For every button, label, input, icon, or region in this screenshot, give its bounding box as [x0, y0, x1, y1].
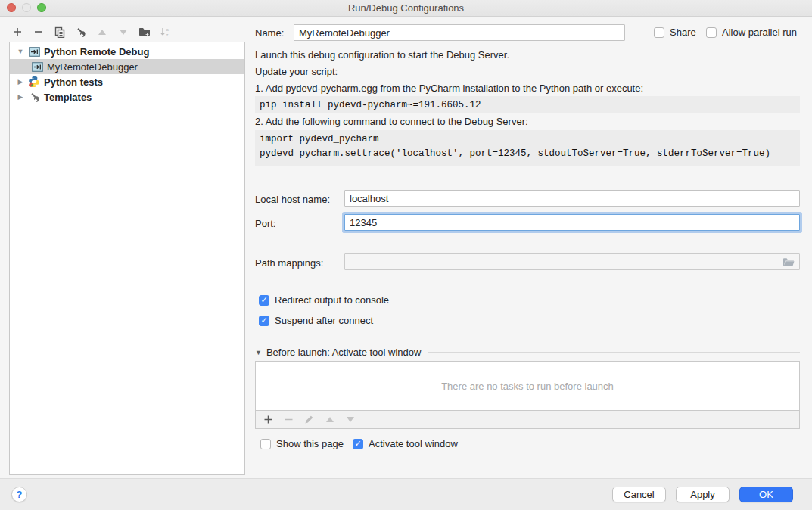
- checkbox-box: [654, 27, 664, 38]
- tree-item-python-tests[interactable]: ▶ Python tests: [10, 74, 244, 89]
- add-configuration-icon[interactable]: [11, 26, 23, 39]
- redirect-output-checkbox[interactable]: ✓ Redirect output to console: [259, 294, 389, 306]
- suspend-after-connect-checkbox[interactable]: ✓ Suspend after connect: [259, 315, 373, 326]
- before-launch-title: Before launch: Activate tool window: [266, 347, 422, 358]
- tree-item-python-remote-debug[interactable]: ▼ Python Remote Debug: [10, 44, 244, 59]
- allow-parallel-run-label: Allow parallel run: [722, 26, 797, 38]
- checkbox-box: [260, 439, 271, 449]
- code-line-1: import pydevd_pycharm: [260, 134, 379, 145]
- edit-configuration-wrench-icon[interactable]: [74, 26, 87, 39]
- chevron-collapsed-icon[interactable]: ▶: [16, 78, 25, 86]
- tree-item-myremotedebugger[interactable]: MyRemoteDebugger: [10, 59, 244, 74]
- python-tests-icon: [28, 76, 40, 88]
- settrace-code-block: import pydevd_pycharm pydevd_pycharm.set…: [255, 130, 800, 166]
- pip-install-command: pip install pydevd-pycharm~=191.6605.12: [255, 96, 800, 113]
- apply-button[interactable]: Apply: [676, 487, 730, 502]
- name-input[interactable]: [294, 24, 625, 41]
- copy-configuration-icon[interactable]: [53, 26, 66, 39]
- local-host-name-label: Local host name:: [255, 194, 330, 205]
- port-input[interactable]: 12345: [344, 214, 800, 231]
- cancel-button[interactable]: Cancel: [612, 487, 666, 502]
- run-debug-configurations-dialog: Run/Debug Configurations az ▼: [0, 0, 812, 510]
- checkbox-box: ✓: [353, 439, 363, 449]
- tree-item-templates[interactable]: ▶ Templates: [10, 89, 244, 104]
- port-label: Port:: [255, 218, 275, 229]
- show-this-page-label: Show this page: [276, 438, 344, 449]
- step-2-text: 2. Add the following command to connect …: [255, 116, 528, 127]
- configurations-toolbar: az: [11, 23, 172, 40]
- dialog-buttons: Cancel Apply OK: [612, 487, 793, 502]
- new-folder-icon[interactable]: [138, 26, 151, 39]
- suspend-after-connect-label: Suspend after connect: [275, 315, 373, 326]
- chevron-collapsed-icon[interactable]: ▶: [16, 93, 25, 101]
- step-1-text: 1. Add pydevd-pycharm.egg from the PyCha…: [255, 82, 643, 94]
- disclosure-triangle-icon[interactable]: ▼: [255, 349, 262, 356]
- move-down-icon[interactable]: [117, 26, 129, 39]
- checkbox-box: ✓: [259, 316, 269, 326]
- empty-tasks-text: There are no tasks to run before launch: [441, 381, 614, 392]
- description-line-2: Update your script:: [255, 66, 338, 77]
- tree-item-label: Python Remote Debug: [44, 46, 149, 58]
- share-checkbox[interactable]: Share: [654, 26, 696, 38]
- dialog-footer: ? Cancel Apply OK: [0, 478, 812, 510]
- share-label: Share: [670, 26, 696, 38]
- path-mappings-label: Path mappings:: [255, 257, 323, 269]
- before-launch-header[interactable]: ▼ Before launch: Activate tool window: [255, 347, 800, 358]
- title-bar: Run/Debug Configurations: [0, 0, 812, 17]
- add-task-icon[interactable]: [262, 413, 275, 426]
- svg-text:z: z: [166, 33, 169, 37]
- move-task-down-icon[interactable]: [344, 413, 356, 426]
- activate-tool-window-checkbox[interactable]: ✓ Activate tool window: [353, 438, 458, 449]
- activate-tool-window-label: Activate tool window: [369, 438, 458, 449]
- name-label: Name:: [255, 27, 284, 39]
- help-button[interactable]: ?: [11, 487, 27, 502]
- move-up-icon[interactable]: [95, 26, 108, 39]
- path-mappings-input[interactable]: [344, 253, 800, 270]
- window-title: Run/Debug Configurations: [0, 2, 812, 14]
- checkbox-box: ✓: [259, 295, 269, 306]
- before-launch-toolbar: [255, 411, 800, 429]
- remove-task-icon[interactable]: [282, 413, 295, 426]
- show-this-page-checkbox[interactable]: Show this page: [260, 438, 344, 449]
- remote-debug-icon: [28, 45, 40, 58]
- tree-item-label: MyRemoteDebugger: [47, 61, 138, 73]
- port-value: 12345: [350, 217, 377, 229]
- sort-alphabetically-icon[interactable]: az: [159, 26, 172, 39]
- text-caret: [378, 217, 378, 228]
- local-host-name-input[interactable]: [344, 190, 800, 207]
- svg-text:a: a: [166, 27, 170, 32]
- tree-item-label: Templates: [44, 92, 92, 103]
- move-task-up-icon[interactable]: [323, 413, 336, 426]
- ok-button[interactable]: OK: [739, 487, 793, 502]
- description-line-1: Launch this debug configuration to start…: [255, 49, 509, 61]
- separator-line: [428, 352, 800, 353]
- checkbox-box: [706, 27, 717, 38]
- browse-folder-icon[interactable]: [782, 257, 795, 267]
- remove-configuration-icon[interactable]: [32, 26, 45, 39]
- code-line-2: pydevd_pycharm.settrace('localhost', por…: [260, 148, 770, 159]
- wrench-icon: [28, 91, 40, 103]
- configurations-tree: ▼ Python Remote Debug MyRemoteDebugger ▶…: [9, 42, 245, 475]
- edit-task-pencil-icon[interactable]: [303, 413, 316, 426]
- allow-parallel-run-checkbox[interactable]: Allow parallel run: [706, 26, 797, 38]
- remote-debug-icon: [31, 61, 43, 73]
- tree-item-label: Python tests: [44, 76, 103, 88]
- before-launch-task-list[interactable]: There are no tasks to run before launch: [255, 361, 800, 411]
- configuration-editor: Name: Share Allow parallel run Launch th…: [254, 17, 812, 478]
- chevron-expanded-icon[interactable]: ▼: [16, 48, 25, 55]
- redirect-output-label: Redirect output to console: [275, 294, 389, 306]
